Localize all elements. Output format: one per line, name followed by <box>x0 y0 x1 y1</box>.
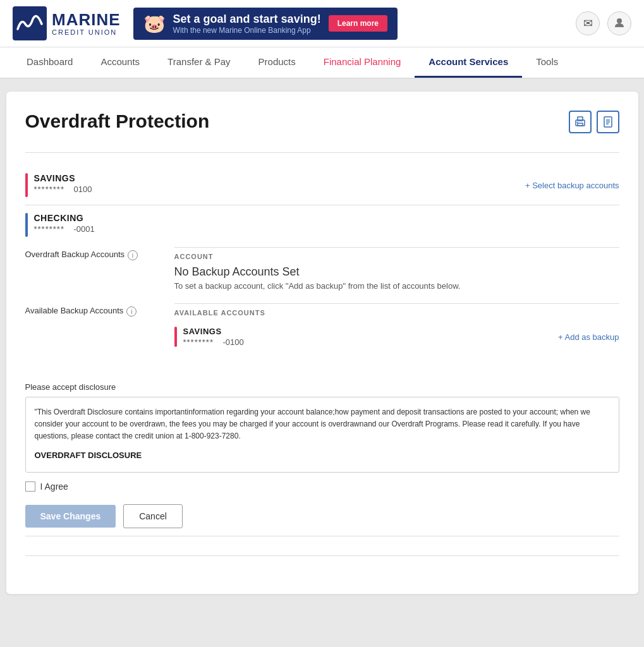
nav-item-products[interactable]: Products <box>245 47 310 78</box>
disclosure-heading: OVERDRAFT DISCLOSURE <box>35 449 610 463</box>
document-icon-button[interactable] <box>597 111 619 133</box>
agree-checkbox[interactable] <box>25 481 35 492</box>
available-account-item: SAVINGS ******** -0100 + Add as backup <box>174 322 619 352</box>
overdraft-backup-section: Overdraft Backup Accounts i ACCOUNT No B… <box>25 237 619 370</box>
mail-icon: ✉ <box>583 16 593 30</box>
main-content: Overdraft Protection <box>6 92 638 594</box>
checking-account-row: CHECKING ******** -0001 Overdraft Backup… <box>25 205 619 536</box>
checking-label-area: CHECKING ******** -0001 <box>25 213 95 237</box>
banner-text: Set a goal and start saving! With the ne… <box>173 13 321 35</box>
disclosure-section: Please accept disclosure "This Overdraft… <box>25 382 619 473</box>
available-backup-label: Available Backup Accounts i <box>25 303 164 352</box>
overdraft-backup-label: Overdraft Backup Accounts i <box>25 247 164 291</box>
available-backup-label-text: Available Backup Accounts <box>25 306 124 315</box>
savings-account-name: SAVINGS <box>34 173 92 183</box>
banner-title: Set a goal and start saving! <box>173 13 321 26</box>
logo-credit: CREDIT UNION <box>52 28 121 36</box>
banner-pig-icon: 🐷 <box>143 13 166 34</box>
nav-item-financial-planning[interactable]: Financial Planning <box>310 47 415 78</box>
nav-item-transfer-pay[interactable]: Transfer & Pay <box>154 47 244 78</box>
savings-masked: ******** <box>34 184 64 194</box>
checking-suffix: -0001 <box>73 224 94 234</box>
available-backup-info-icon[interactable]: i <box>126 306 137 317</box>
header-left: MARINE CREDIT UNION 🐷 Set a goal and sta… <box>13 6 398 40</box>
print-icon-button[interactable] <box>569 111 592 133</box>
savings-account-row: SAVINGS ******** 0100 + Select backup ac… <box>25 166 619 205</box>
no-backup-text: To set a backup account, click "Add as b… <box>174 281 619 291</box>
svg-point-5 <box>576 122 578 123</box>
banner-subtitle: With the new Marine Online Banking App <box>173 26 321 35</box>
overdraft-backup-grid: Overdraft Backup Accounts i ACCOUNT No B… <box>25 247 619 291</box>
checking-masked: ******** <box>34 224 64 234</box>
section-divider <box>25 152 619 153</box>
savings-account-header: SAVINGS ******** 0100 + Select backup ac… <box>25 173 619 197</box>
available-savings-name: SAVINGS <box>183 327 244 336</box>
user-icon <box>614 16 625 31</box>
logo-marine: MARINE <box>52 11 121 29</box>
header-icons: ✉ <box>576 11 631 35</box>
nav-item-tools[interactable]: Tools <box>522 47 572 78</box>
nav-item-dashboard[interactable]: Dashboard <box>13 47 87 78</box>
savings-bar <box>25 173 28 197</box>
page-title: Overdraft Protection <box>25 111 210 132</box>
page-header: Overdraft Protection <box>25 111 619 133</box>
available-account-info: SAVINGS ******** -0100 <box>174 327 244 347</box>
checking-bar <box>25 213 28 237</box>
logo-text: MARINE CREDIT UNION <box>52 11 121 37</box>
overdraft-backup-info-icon[interactable]: i <box>128 250 138 260</box>
disclosure-label: Please accept disclosure <box>25 382 619 392</box>
logo-area: MARINE CREDIT UNION <box>13 6 121 40</box>
nav-item-account-services[interactable]: Account Services <box>415 47 522 78</box>
disclosure-text: "This Overdraft Disclosure contains impo… <box>35 406 610 443</box>
checking-account-name: CHECKING <box>34 213 95 223</box>
header: MARINE CREDIT UNION 🐷 Set a goal and sta… <box>0 0 644 47</box>
overdraft-backup-label-text: Overdraft Backup Accounts <box>25 250 125 259</box>
agree-row: I Agree <box>25 481 619 492</box>
button-row: Save Changes Cancel <box>25 504 619 528</box>
select-backup-accounts-link[interactable]: + Select backup accounts <box>525 181 619 190</box>
no-backup-title: No Backup Accounts Set <box>174 265 619 279</box>
user-icon-button[interactable] <box>607 11 631 35</box>
banner-learn-more-button[interactable]: Learn more <box>329 15 387 32</box>
checking-account-header: CHECKING ******** -0001 <box>25 213 619 237</box>
nav-item-accounts[interactable]: Accounts <box>87 47 154 78</box>
savings-account-number: ******** 0100 <box>34 184 92 194</box>
available-savings-bar <box>174 327 177 347</box>
available-col-header: AVAILABLE ACCOUNTS <box>174 309 619 317</box>
agree-label: I Agree <box>40 481 68 492</box>
banner: 🐷 Set a goal and start saving! With the … <box>133 8 398 40</box>
avail-savings-suffix: -0100 <box>222 337 243 347</box>
page-actions <box>569 111 619 133</box>
mail-icon-button[interactable]: ✉ <box>576 11 600 35</box>
overdraft-backup-content: ACCOUNT No Backup Accounts Set To set a … <box>174 247 619 291</box>
savings-suffix: 0100 <box>73 184 92 194</box>
save-changes-button[interactable]: Save Changes <box>25 505 116 528</box>
svg-point-1 <box>617 18 622 23</box>
overdraft-col-header: ACCOUNT <box>174 253 619 260</box>
available-backup-grid: Available Backup Accounts i AVAILABLE AC… <box>25 303 619 352</box>
checking-info: CHECKING ******** -0001 <box>34 213 95 234</box>
savings-info: SAVINGS ******** 0100 <box>34 173 92 194</box>
disclosure-box[interactable]: "This Overdraft Disclosure contains impo… <box>25 397 619 473</box>
avail-savings-masked: ******** <box>183 337 214 347</box>
available-savings-details: SAVINGS ******** -0100 <box>183 327 244 347</box>
bottom-divider <box>25 555 619 556</box>
checking-account-number: ******** -0001 <box>34 224 95 234</box>
available-savings-number: ******** -0100 <box>183 337 244 347</box>
available-backup-content: AVAILABLE ACCOUNTS SAVINGS ******** -010… <box>174 303 619 352</box>
svg-rect-4 <box>578 123 583 126</box>
cancel-button[interactable]: Cancel <box>123 504 183 528</box>
savings-label-area: SAVINGS ******** 0100 <box>25 173 92 197</box>
add-as-backup-link[interactable]: + Add as backup <box>558 332 619 342</box>
logo-icon <box>13 6 47 40</box>
main-nav: Dashboard Accounts Transfer & Pay Produc… <box>0 47 644 79</box>
